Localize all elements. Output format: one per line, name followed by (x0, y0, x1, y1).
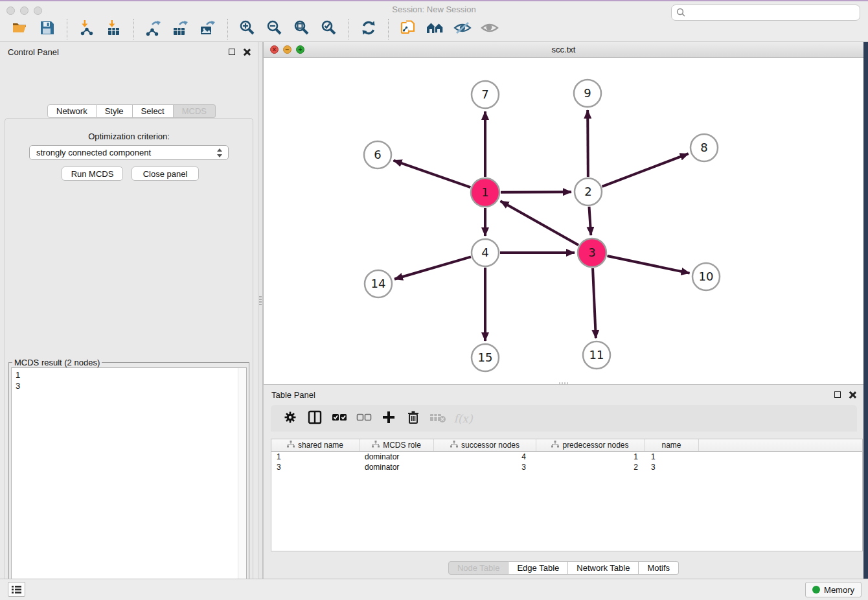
column-header-predecessor-nodes[interactable]: predecessor nodes (536, 439, 645, 451)
cell-shared-name[interactable]: 3 (271, 462, 360, 472)
cell-successor-nodes[interactable]: 3 (434, 462, 536, 472)
zoom-out-icon (266, 19, 283, 39)
close-panel-button[interactable]: Close panel (131, 167, 199, 181)
panel-splitter[interactable] (258, 42, 263, 579)
tab-mcds[interactable]: MCDS (174, 104, 216, 118)
app-traffic-lights[interactable] (6, 6, 42, 15)
network-zoom-button[interactable]: + (296, 45, 304, 54)
column-header-successor-nodes[interactable]: successor nodes (434, 439, 536, 451)
cell-name[interactable]: 1 (645, 452, 699, 462)
control-panel: Control Panel NetworkStyleSelectMCDS Opt… (0, 42, 258, 579)
close-panel-icon[interactable] (243, 49, 250, 56)
column-layout-button[interactable] (306, 410, 323, 427)
edge-3-11[interactable] (593, 268, 596, 338)
refresh-view-button[interactable] (358, 19, 380, 39)
export-table-button[interactable] (170, 19, 192, 39)
table-row-2[interactable]: 3dominator323 (271, 462, 862, 472)
add-column-button[interactable] (380, 410, 397, 427)
graph-node-label-9: 9 (584, 86, 591, 100)
float-table-panel-icon[interactable] (834, 391, 841, 398)
edge-2-9[interactable] (588, 110, 588, 177)
edge-3-10[interactable] (607, 256, 689, 273)
minimize-window-button[interactable] (20, 6, 29, 15)
toolbar-separator (227, 19, 228, 40)
zoom-out-button[interactable] (264, 19, 286, 39)
tab-edge-table[interactable]: Edge Table (508, 561, 568, 575)
tab-network[interactable]: Network (47, 104, 97, 118)
zoom-selected-button[interactable] (318, 19, 340, 39)
criterion-dropdown-value: strongly connected component (36, 148, 151, 157)
delete-column-button[interactable] (405, 410, 422, 427)
tab-network-table[interactable]: Network Table (568, 561, 639, 575)
control-panel-tabs: NetworkStyleSelectMCDS (47, 104, 216, 118)
export-image-button[interactable] (197, 19, 219, 39)
tab-select[interactable]: Select (133, 104, 174, 118)
edge-1-2[interactable] (501, 192, 571, 192)
result-scrollbar[interactable] (238, 368, 246, 600)
export-network-button[interactable] (143, 19, 165, 39)
select-all-columns-button[interactable] (331, 410, 348, 427)
cell-successor-nodes[interactable]: 4 (434, 452, 536, 462)
save-session-button[interactable] (36, 19, 58, 39)
float-panel-icon[interactable] (229, 49, 235, 55)
criterion-dropdown[interactable]: strongly connected component (29, 145, 229, 160)
import-table-button[interactable] (103, 19, 125, 39)
hide-panels-button[interactable] (451, 19, 474, 39)
cell-predecessor-nodes[interactable]: 2 (536, 462, 645, 472)
tab-style[interactable]: Style (97, 104, 133, 118)
cell-predecessor-nodes[interactable]: 1 (536, 452, 645, 462)
zoom-fit-button[interactable] (291, 19, 313, 39)
cell-name[interactable]: 3 (645, 462, 699, 472)
run-mcds-button[interactable]: Run MCDS (62, 167, 123, 181)
graph-node-label-6: 6 (374, 148, 381, 161)
zoom-selected-icon (321, 19, 337, 39)
tab-node-table[interactable]: Node Table (448, 561, 509, 575)
cell-shared-name[interactable]: 1 (271, 452, 360, 462)
show-panels-button[interactable] (479, 19, 501, 39)
graph-node-label-8: 8 (700, 141, 707, 154)
column-label: successor nodes (461, 441, 520, 450)
network-minimize-button[interactable]: − (283, 45, 291, 54)
close-window-button[interactable] (6, 6, 15, 15)
column-label: MCDS role (383, 441, 421, 450)
open-in-cyndex-button[interactable] (397, 19, 419, 39)
function-builder-button: f(x) (454, 410, 471, 427)
column-header-name[interactable]: name (645, 439, 699, 451)
edge-4-14[interactable] (394, 257, 471, 279)
edge-2-8[interactable] (602, 154, 689, 187)
cell-MCDS-role[interactable]: dominator (360, 462, 434, 472)
network-graph-canvas[interactable]: 7968124314101511 (264, 58, 863, 384)
zoom-window-button[interactable] (34, 6, 42, 15)
network-close-button[interactable]: × (270, 45, 279, 54)
desktop-edge (863, 42, 868, 600)
close-table-panel-icon[interactable] (849, 391, 856, 398)
unselect-all-columns-button[interactable] (356, 410, 372, 427)
network-window-titlebar[interactable]: × − + scc.txt (264, 42, 863, 58)
tab-motifs[interactable]: Motifs (639, 561, 679, 575)
memory-button[interactable]: Memory (805, 582, 862, 597)
column-layout-icon (307, 410, 323, 428)
search-input[interactable] (671, 5, 860, 21)
task-history-button[interactable] (8, 582, 25, 597)
table-settings-button[interactable] (282, 410, 299, 427)
table-toolbar: f(x) (271, 405, 857, 432)
table-row-1[interactable]: 1dominator411 (271, 452, 862, 462)
column-header-shared-name[interactable]: shared name (271, 439, 360, 451)
edge-2-3[interactable] (589, 207, 591, 235)
network-overview-button[interactable] (424, 19, 446, 39)
open-session-button[interactable] (9, 19, 31, 39)
edge-1-6[interactable] (394, 161, 471, 188)
splitter-grip[interactable] (259, 296, 262, 306)
column-label: name (661, 441, 681, 450)
edge-3-1[interactable] (501, 201, 579, 245)
cell-MCDS-role[interactable]: dominator (360, 452, 434, 462)
export-network-icon (145, 19, 162, 39)
delete-table-icon (429, 410, 446, 428)
import-network-button[interactable] (76, 19, 98, 39)
column-label: predecessor nodes (562, 441, 628, 450)
graph-node-label-2: 2 (584, 185, 591, 198)
control-panel-header: Control Panel (0, 42, 258, 62)
delete-column-icon (405, 410, 421, 428)
column-header-MCDS-role[interactable]: MCDS role (360, 439, 434, 451)
zoom-in-button[interactable] (236, 19, 258, 39)
